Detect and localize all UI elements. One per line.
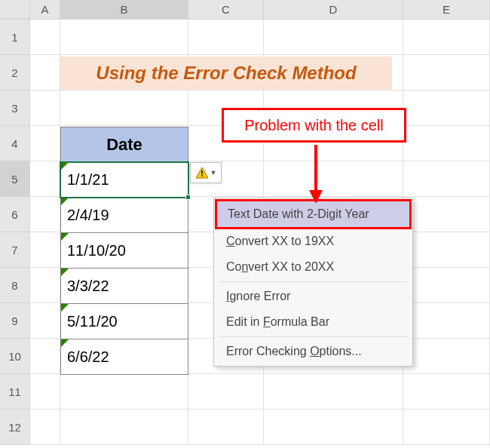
error-triangle-icon xyxy=(61,162,69,170)
row-header-6[interactable]: 6 xyxy=(0,197,30,232)
cell[interactable] xyxy=(264,20,403,55)
annotation-arrow-icon xyxy=(307,145,325,204)
cell[interactable] xyxy=(403,303,490,339)
cell[interactable] xyxy=(30,126,60,161)
col-header-A[interactable]: A xyxy=(30,0,60,19)
cell-value: 5/11/20 xyxy=(67,313,118,330)
col-header-C[interactable]: C xyxy=(188,0,264,19)
row-header-10[interactable]: 10 xyxy=(0,339,30,374)
cell[interactable] xyxy=(60,20,188,55)
error-indicator-button[interactable]: ▼ xyxy=(190,162,222,183)
error-context-menu: Text Date with 2-Digit Year Convert XX t… xyxy=(213,198,413,367)
svg-rect-2 xyxy=(201,175,203,176)
column-headers: A B C D E xyxy=(0,0,490,20)
cell[interactable] xyxy=(264,161,403,197)
cell[interactable] xyxy=(403,232,490,268)
annotation-callout: Problem with the cell xyxy=(222,108,406,143)
table-header-date[interactable]: Date xyxy=(60,127,188,162)
cell[interactable] xyxy=(403,161,490,197)
row-header-2[interactable]: 2 xyxy=(0,55,30,91)
cell[interactable] xyxy=(403,339,490,374)
cell[interactable] xyxy=(30,232,60,268)
cell[interactable] xyxy=(60,374,188,410)
cell-value: 2/4/19 xyxy=(67,207,109,224)
data-table: Date 1/1/21 2/4/19 11/10/20 3/3/22 5/11/… xyxy=(60,127,188,375)
error-triangle-icon xyxy=(61,268,69,276)
error-triangle-icon xyxy=(61,304,69,311)
menu-edit-formula-bar[interactable]: Edit in Formula Bar xyxy=(216,309,411,335)
row-header-4[interactable]: 4 xyxy=(0,126,30,161)
row-header-1[interactable]: 1 xyxy=(0,20,30,55)
row-header-11[interactable]: 11 xyxy=(0,374,30,410)
menu-convert-19xx[interactable]: Convert XX to 19XX xyxy=(216,229,411,254)
cell[interactable] xyxy=(30,268,60,303)
table-cell-B8[interactable]: 3/3/22 xyxy=(60,268,188,304)
cell[interactable] xyxy=(403,374,490,410)
cell[interactable] xyxy=(60,91,188,126)
page-title: Using the Error Check Method xyxy=(60,57,392,90)
cell[interactable] xyxy=(30,161,60,197)
cell[interactable] xyxy=(30,20,60,55)
row-header-3[interactable]: 3 xyxy=(0,91,30,126)
cell[interactable] xyxy=(403,55,490,91)
menu-separator xyxy=(219,336,408,337)
row-header-5[interactable]: 5 xyxy=(0,161,30,197)
row-header-8[interactable]: 8 xyxy=(0,268,30,303)
cell[interactable] xyxy=(403,20,490,55)
error-triangle-icon xyxy=(61,233,69,241)
cell[interactable] xyxy=(30,374,60,410)
spreadsheet: A B C D E 1 2 3 4 5 6 7 8 9 10 11 12 Usi… xyxy=(0,0,490,448)
col-header-B[interactable]: B xyxy=(60,0,188,19)
cell[interactable] xyxy=(30,91,60,126)
table-cell-B5[interactable]: 1/1/21 xyxy=(60,162,188,198)
menu-error-checking-options[interactable]: Error Checking Options... xyxy=(216,339,411,364)
select-all-corner[interactable] xyxy=(0,0,30,19)
cell[interactable] xyxy=(60,410,188,445)
col-header-E[interactable]: E xyxy=(403,0,490,19)
cell-value: 1/1/21 xyxy=(67,171,109,189)
row-header-12[interactable]: 12 xyxy=(0,410,30,445)
cell[interactable] xyxy=(30,303,60,339)
svg-rect-1 xyxy=(201,170,203,174)
chevron-down-icon: ▼ xyxy=(210,169,217,176)
table-cell-B7[interactable]: 11/10/20 xyxy=(60,233,188,268)
fill-handle[interactable] xyxy=(185,195,191,200)
row-header-7[interactable]: 7 xyxy=(0,232,30,268)
cell[interactable] xyxy=(403,410,490,445)
cell[interactable] xyxy=(403,197,490,232)
cell[interactable] xyxy=(264,410,403,445)
cell[interactable] xyxy=(403,268,490,303)
cell-value: 3/3/22 xyxy=(67,278,109,295)
cell[interactable] xyxy=(188,410,264,445)
svg-marker-4 xyxy=(309,190,323,204)
table-cell-B10[interactable]: 6/6/22 xyxy=(60,339,188,375)
cell[interactable] xyxy=(30,410,60,445)
cell[interactable] xyxy=(264,374,403,410)
menu-text-date-header[interactable]: Text Date with 2-Digit Year xyxy=(215,199,412,229)
col-header-D[interactable]: D xyxy=(264,0,403,19)
cell[interactable] xyxy=(188,20,264,55)
menu-ignore-error[interactable]: Ignore Error xyxy=(216,284,411,309)
error-triangle-icon xyxy=(61,339,69,347)
warning-icon xyxy=(195,167,209,179)
cell[interactable] xyxy=(30,55,60,91)
cell-value: 11/10/20 xyxy=(67,242,126,259)
table-cell-B6[interactable]: 2/4/19 xyxy=(60,198,188,233)
cell-value: 6/6/22 xyxy=(67,348,109,366)
menu-convert-20xx[interactable]: Convert XX to 20XX xyxy=(216,254,411,280)
cell[interactable] xyxy=(30,339,60,374)
table-cell-B9[interactable]: 5/11/20 xyxy=(60,304,188,339)
menu-separator xyxy=(219,281,408,282)
cell[interactable] xyxy=(403,91,490,126)
cell[interactable] xyxy=(30,197,60,232)
cell[interactable] xyxy=(403,126,490,161)
cell[interactable] xyxy=(188,374,264,410)
row-header-9[interactable]: 9 xyxy=(0,303,30,339)
error-triangle-icon xyxy=(61,198,69,205)
